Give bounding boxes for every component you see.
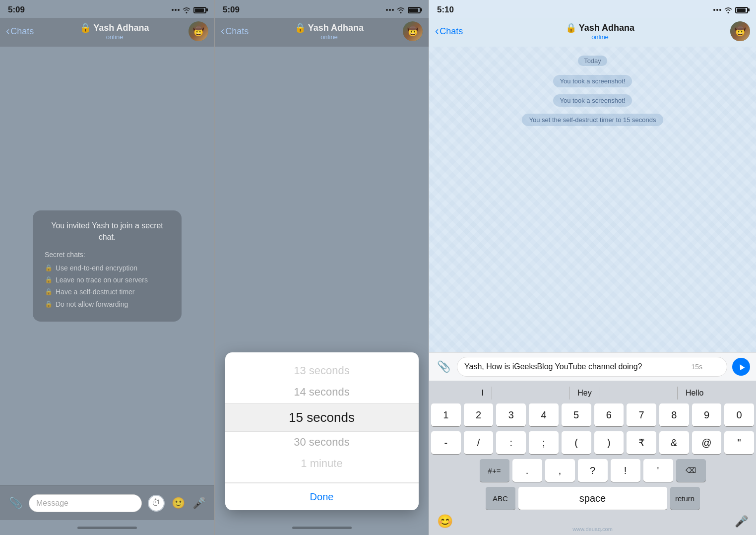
back-button-2[interactable]: ‹ Chats <box>221 26 255 37</box>
lock-icon-item-3: 🔒 <box>45 288 53 295</box>
picker-item-1min[interactable]: 1 minute <box>225 453 419 474</box>
key-abc[interactable]: ABC <box>486 487 515 510</box>
suggestion-hey[interactable]: Hey <box>569 387 600 400</box>
key-hashtag[interactable]: #+= <box>480 459 509 482</box>
chat-area-3: Today You took a screenshot! You took a … <box>429 47 756 352</box>
timer-button-1[interactable]: ⏱ <box>148 495 165 512</box>
send-button[interactable]: ▲ <box>732 358 750 376</box>
keyboard: I Hey Hello 1 2 3 4 5 6 7 8 9 0 - / : ; … <box>429 381 756 535</box>
key-3[interactable]: 3 <box>496 403 526 426</box>
avatar-2[interactable]: 🤠 <box>403 21 423 41</box>
key-period[interactable]: . <box>512 459 542 482</box>
timer-picker-sheet[interactable]: 13 seconds 14 seconds 15 seconds 30 seco… <box>225 352 419 510</box>
key-6[interactable]: 6 <box>594 403 624 426</box>
key-1[interactable]: 1 <box>431 403 461 426</box>
key-5[interactable]: 5 <box>562 403 591 426</box>
key-quote[interactable]: " <box>724 431 754 454</box>
signal-icon-1 <box>172 9 180 11</box>
picker-item-13[interactable]: 13 seconds <box>225 360 419 382</box>
suggestion-i[interactable]: I <box>474 387 492 400</box>
contact-name-2: 🔒 Yash Adhana <box>295 22 364 33</box>
time-3: 5:10 <box>437 5 454 15</box>
info-card-subtitle: Secret chats: <box>45 251 170 259</box>
home-bar-2 <box>292 527 352 529</box>
key-lparen[interactable]: ( <box>562 431 591 454</box>
watermark: www.deuaq.com <box>572 526 613 532</box>
system-msg-2: You took a screenshot! <box>435 94 750 107</box>
avatar-3[interactable]: 🤠 <box>730 21 750 41</box>
back-button-1[interactable]: ‹ Chats <box>6 26 41 37</box>
paperclip-icon-1[interactable]: 📎 <box>8 496 23 511</box>
key-4[interactable]: 4 <box>529 403 559 426</box>
lock-icon-1: 🔒 <box>80 23 91 33</box>
picker-item-30[interactable]: 30 seconds <box>225 432 419 453</box>
key-semicolon[interactable]: ; <box>529 431 559 454</box>
contact-status-3: online <box>591 33 609 41</box>
message-input-3[interactable]: Yash, How is iGeeksBlog YouTube channel … <box>457 357 727 377</box>
message-text-3: Yash, How is iGeeksBlog YouTube channel … <box>464 361 642 372</box>
info-item-text-3: Have a self-destruct timer <box>56 287 135 296</box>
done-button[interactable]: Done <box>225 483 419 510</box>
emoji-icon-1[interactable]: 🙂 <box>171 496 186 511</box>
key-slash[interactable]: / <box>464 431 494 454</box>
key-dash[interactable]: - <box>431 431 461 454</box>
status-icons-2 <box>386 6 421 13</box>
date-badge: Today <box>435 56 750 66</box>
wifi-icon-3 <box>724 6 733 13</box>
nav-bar-3: ‹ Chats 🔒 Yash Adhana online 🤠 <box>429 18 756 47</box>
panel-secret-chat-info: 5:09 ‹ Chats 🔒 Yash Adha <box>0 0 214 535</box>
system-msg-text-1: You took a screenshot! <box>553 75 632 87</box>
key-rupee[interactable]: ₹ <box>627 431 656 454</box>
attach-button[interactable]: 📎 <box>435 358 452 375</box>
mic-icon-1[interactable]: 🎤 <box>191 496 206 511</box>
key-at[interactable]: @ <box>692 431 722 454</box>
key-comma[interactable]: , <box>545 459 575 482</box>
avatar-1[interactable]: 🤠 <box>189 21 208 41</box>
info-item-4: 🔒 Do not allow forwarding <box>45 300 170 309</box>
message-input-wrapper: Yash, How is iGeeksBlog YouTube channel … <box>457 357 727 377</box>
key-delete[interactable]: ⌫ <box>676 459 706 482</box>
key-apostrophe[interactable]: ' <box>643 459 673 482</box>
chat-area-2: 13 seconds 14 seconds 15 seconds 30 seco… <box>215 47 429 520</box>
info-card-title: You invited Yash to join a secret chat. <box>45 220 170 243</box>
status-bar-2: 5:09 <box>215 0 429 18</box>
microphone-button[interactable]: 🎤 <box>735 515 748 528</box>
avatar-image-1: 🤠 <box>189 21 208 41</box>
key-colon[interactable]: : <box>496 431 526 454</box>
suggestion-hello[interactable]: Hello <box>677 387 711 400</box>
picker-item-15-selected[interactable]: 15 seconds <box>225 403 419 432</box>
key-question[interactable]: ? <box>578 459 608 482</box>
key-2[interactable]: 2 <box>464 403 494 426</box>
key-return[interactable]: return <box>670 487 700 510</box>
message-input-1[interactable]: Message <box>29 494 142 512</box>
back-button-3[interactable]: ‹ Chats <box>435 26 470 37</box>
key-exclaim[interactable]: ! <box>611 459 640 482</box>
info-item-3: 🔒 Have a self-destruct timer <box>45 287 170 296</box>
key-amp[interactable]: & <box>659 431 689 454</box>
status-icons-1 <box>172 6 206 13</box>
lock-icon-3: 🔒 <box>566 23 576 33</box>
key-8[interactable]: 8 <box>659 403 689 426</box>
system-msg-3: You set the self-destruct timer to 15 se… <box>435 114 750 126</box>
key-9[interactable]: 9 <box>692 403 722 426</box>
system-msg-text-2: You took a screenshot! <box>553 94 632 107</box>
lock-icon-item-4: 🔒 <box>45 300 53 308</box>
lock-icon-2: 🔒 <box>295 23 306 33</box>
back-label-3: Chats <box>440 26 463 37</box>
time-1: 5:09 <box>8 5 25 15</box>
key-rparen[interactable]: ) <box>594 431 624 454</box>
key-7[interactable]: 7 <box>627 403 656 426</box>
key-0[interactable]: 0 <box>724 403 754 426</box>
wifi-icon-2 <box>396 6 405 13</box>
status-icons-3 <box>713 6 748 13</box>
time-2: 5:09 <box>223 5 240 15</box>
status-bar-1: 5:09 <box>0 0 214 18</box>
emoji-button[interactable]: 😊 <box>437 514 453 529</box>
bottom-bar-1: 📎 Message ⏱ 🙂 🎤 <box>0 485 214 520</box>
picker-item-14[interactable]: 14 seconds <box>225 382 419 403</box>
back-label-2: Chats <box>225 26 249 37</box>
info-item-1: 🔒 Use end-to-end encryption <box>45 264 170 272</box>
info-item-text-2: Leave no trace on our servers <box>56 275 148 284</box>
key-space[interactable]: space <box>518 487 667 510</box>
info-item-text-4: Do not allow forwarding <box>56 300 128 309</box>
